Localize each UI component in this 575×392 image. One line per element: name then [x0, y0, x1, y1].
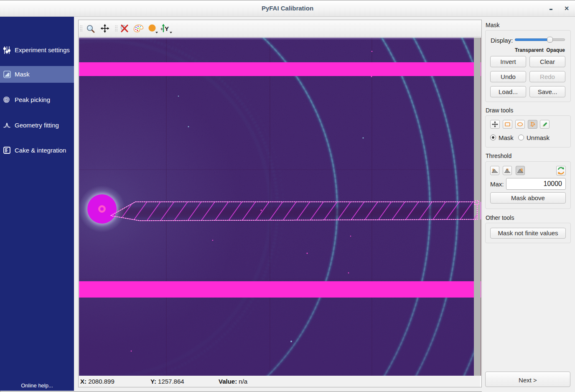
svg-text:0: 0 — [161, 28, 163, 31]
svg-text:Y: Y — [165, 25, 169, 32]
